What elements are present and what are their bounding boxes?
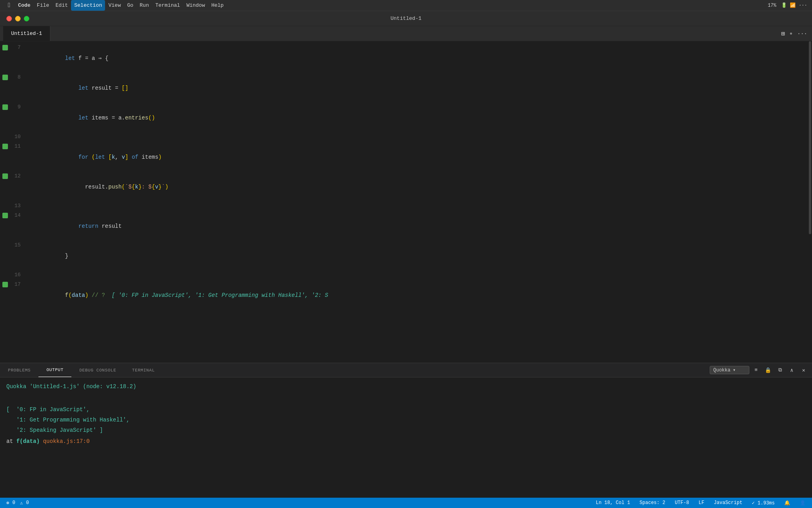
split-editor-icon[interactable]: ⊞ (781, 30, 785, 38)
panel-content[interactable]: Quokka 'Untitled-1.js' (node: v12.18.2) … (0, 377, 812, 498)
run-dot-14 (2, 213, 8, 218)
output-line-3: '2: Speaking JavaScript' ] (6, 425, 806, 435)
line-content-14: return result (24, 212, 122, 241)
code-container: 7 let f = a ⇒ { 8 let result = [] (0, 41, 812, 311)
output-line-1: [ '0: FP in JavaScript', (6, 404, 806, 415)
code-line-12: 12 result.push(`${k}: ${v}`) (0, 171, 812, 201)
gutter-15: 15 (0, 241, 24, 250)
line-number-15: 15 (11, 241, 21, 250)
editor-scrollbar[interactable] (808, 41, 812, 363)
line-content-7: let f = a ⇒ { (24, 44, 108, 73)
line-number-9: 9 (11, 102, 21, 112)
tab-output[interactable]: OUTPUT (38, 363, 71, 377)
chevron-up-icon: ∧ (790, 367, 793, 373)
output-fn: f(data) (16, 438, 40, 444)
close-button[interactable] (6, 16, 12, 21)
close-panel-button[interactable]: ✕ (799, 365, 809, 375)
status-bar: ⊗ 0 ⚠ 0 Ln 18, Col 1 Spaces: 2 UTF-8 LF … (0, 498, 812, 508)
gutter-17: 17 (0, 280, 24, 289)
error-warning-item[interactable]: ⊗ 0 ⚠ 0 (5, 500, 31, 506)
output-at-line: at f(data) quokka.js:17:0 (6, 437, 806, 446)
line-number-14: 14 (11, 211, 21, 220)
tab-output-label: OUTPUT (46, 368, 63, 372)
line-number-8: 8 (11, 73, 21, 82)
cursor-position[interactable]: Ln 18, Col 1 (594, 500, 632, 506)
copy-output-button[interactable]: ⧉ (775, 365, 785, 375)
code-line-17: 17 f(data) // ? [ '0: FP in JavaScript',… (0, 280, 812, 310)
run-dot-8 (2, 75, 8, 80)
gutter-7: 7 (0, 43, 24, 52)
editor-scroll[interactable]: 7 let f = a ⇒ { 8 let result = [] (0, 41, 812, 363)
menubar-right: 17% 🔋 📶 ··· (768, 2, 807, 8)
output-header: Quokka 'Untitled-1.js' (node: v12.18.2) (6, 382, 806, 391)
copy-icon: ⧉ (778, 367, 782, 373)
panel-source-dropdown[interactable]: Quokka ▾ (710, 366, 749, 374)
close-icon: ✕ (802, 367, 805, 373)
tab-label: Untitled-1 (11, 31, 42, 37)
menu-view[interactable]: View (105, 0, 124, 11)
line-number-7: 7 (11, 43, 21, 52)
menu-bar:  Code File Edit Selection View Go Run T… (0, 0, 812, 11)
menu-terminal[interactable]: Terminal (152, 0, 183, 11)
statusbar-left: ⊗ 0 ⚠ 0 (5, 500, 31, 506)
run-dot-9 (2, 104, 8, 110)
code-line-16: 16 (0, 270, 812, 280)
gutter-13: 13 (0, 201, 24, 211)
tab-untitled-1[interactable]: Untitled-1 (3, 26, 50, 41)
error-icon: ⊗ (6, 500, 9, 506)
indent-spaces[interactable]: Spaces: 2 (638, 500, 667, 506)
panel-tabs: PROBLEMS OUTPUT DEBUG CONSOLE TERMINAL Q… (0, 363, 812, 377)
editor-area: 7 let f = a ⇒ { 8 let result = [] (0, 41, 812, 363)
line-content-17: f(data) // ? [ '0: FP in JavaScript', '1… (24, 281, 328, 310)
line-ending[interactable]: LF (697, 500, 706, 506)
menu-run[interactable]: Run (136, 0, 152, 11)
gutter-8: 8 (0, 73, 24, 82)
line-number-10: 10 (11, 132, 21, 142)
minimize-button[interactable] (15, 16, 21, 21)
menu-file[interactable]: File (34, 0, 52, 11)
line-number-11: 11 (11, 142, 21, 151)
ellipsis-icon[interactable]: ··· (797, 31, 807, 37)
quokka-time[interactable]: ✓ 1.93ms (750, 500, 776, 506)
menu-help[interactable]: Help (208, 0, 227, 11)
code-line-13: 13 (0, 201, 812, 211)
menu-edit[interactable]: Edit (52, 0, 71, 11)
gutter-11: 11 (0, 142, 24, 151)
gutter-16: 16 (0, 270, 24, 280)
menu-extra-icons: 🔋 📶 ··· (781, 2, 807, 8)
code-line-7: 7 let f = a ⇒ { (0, 43, 812, 73)
code-line-9: 9 let items = a.entries() (0, 102, 812, 132)
title-bar: Untitled-1 (0, 11, 812, 26)
gutter-14: 14 (0, 211, 24, 220)
clear-output-button[interactable]: ≡ (751, 365, 761, 375)
lock-scroll-button[interactable]: 🔒 (763, 365, 773, 375)
output-location: quokka.js:17:0 (43, 438, 90, 444)
scroll-up-button[interactable]: ∧ (787, 365, 797, 375)
tab-problems[interactable]: PROBLEMS (0, 363, 38, 377)
person-icon[interactable]: 👤 (798, 500, 807, 506)
statusbar-right: Ln 18, Col 1 Spaces: 2 UTF-8 LF JavaScri… (594, 500, 807, 506)
menu-window[interactable]: Window (183, 0, 208, 11)
battery-status: 17% (768, 3, 776, 8)
run-dot-12 (2, 173, 8, 179)
scrollbar-thumb (809, 41, 811, 234)
menu-code[interactable]: Code (15, 0, 34, 11)
language-mode[interactable]: JavaScript (712, 500, 744, 506)
tab-bar: Untitled-1 ⊞ ● ··· (0, 26, 812, 41)
notifications-icon[interactable]: 🔔 (783, 500, 792, 506)
encoding[interactable]: UTF-8 (673, 500, 691, 506)
code-line-8: 8 let result = [] (0, 73, 812, 102)
apple-menu[interactable]:  (5, 0, 15, 11)
tabbar-actions: ⊞ ● ··· (781, 30, 812, 38)
menu-go[interactable]: Go (124, 0, 137, 11)
run-dot-17 (2, 282, 8, 287)
maximize-button[interactable] (24, 16, 29, 21)
line-number-12: 12 (11, 171, 21, 181)
clear-list-icon: ≡ (755, 367, 758, 373)
tab-debug-console[interactable]: DEBUG CONSOLE (71, 363, 124, 377)
output-array: [ '0: FP in JavaScript', '1: Get Program… (6, 404, 806, 435)
output-line-2: '1: Get Programming with Haskell', (6, 415, 806, 425)
tab-terminal[interactable]: TERMINAL (124, 363, 163, 377)
traffic-lights (6, 16, 29, 21)
menu-selection[interactable]: Selection (71, 0, 105, 11)
